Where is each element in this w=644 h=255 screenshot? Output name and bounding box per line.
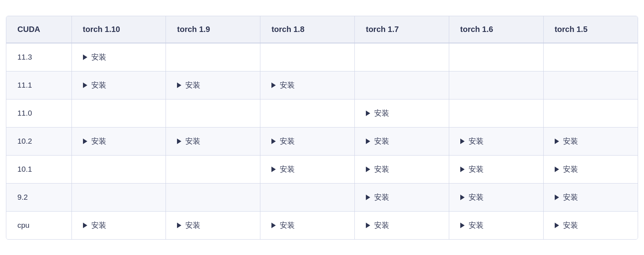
install-cell bbox=[449, 43, 543, 71]
column-header-cuda: CUDA bbox=[6, 16, 72, 43]
install-cell bbox=[449, 71, 543, 99]
install-label: 安装 bbox=[280, 80, 295, 90]
install-cell bbox=[543, 99, 638, 127]
install-label: 安装 bbox=[374, 192, 389, 202]
play-icon bbox=[271, 223, 276, 228]
install-link[interactable]: 安装 bbox=[271, 164, 295, 174]
install-link[interactable]: 安装 bbox=[271, 220, 295, 231]
install-cell bbox=[260, 99, 355, 127]
install-label: 安装 bbox=[374, 164, 389, 174]
install-cell[interactable]: 安装 bbox=[260, 127, 355, 155]
play-icon bbox=[460, 195, 465, 200]
play-icon bbox=[271, 139, 276, 144]
install-label: 安装 bbox=[563, 220, 578, 231]
table-row: 10.1安装安装安装安装 bbox=[6, 155, 638, 183]
install-link[interactable]: 安装 bbox=[460, 136, 484, 146]
install-label: 安装 bbox=[563, 192, 578, 202]
install-cell bbox=[166, 99, 260, 127]
table-row: 11.3安装 bbox=[6, 43, 638, 71]
column-header-torch19: torch 1.9 bbox=[166, 16, 260, 43]
table-row: 9.2安装安装安装 bbox=[6, 183, 638, 211]
install-cell[interactable]: 安装 bbox=[72, 43, 166, 71]
column-header-torch15: torch 1.5 bbox=[543, 16, 638, 43]
install-cell bbox=[543, 71, 638, 99]
install-label: 安装 bbox=[563, 164, 578, 174]
install-cell[interactable]: 安装 bbox=[166, 71, 260, 99]
install-link[interactable]: 安装 bbox=[366, 108, 389, 118]
play-icon bbox=[366, 111, 370, 116]
install-cell[interactable]: 安装 bbox=[72, 71, 166, 99]
install-cell[interactable]: 安装 bbox=[354, 183, 449, 211]
play-icon bbox=[555, 167, 559, 172]
install-link[interactable]: 安装 bbox=[83, 80, 106, 90]
install-cell[interactable]: 安装 bbox=[543, 155, 638, 183]
cuda-version-cell: 11.1 bbox=[6, 71, 72, 99]
install-cell[interactable]: 安装 bbox=[260, 155, 355, 183]
install-label: 安装 bbox=[185, 136, 200, 146]
install-cell bbox=[72, 155, 166, 183]
install-label: 安装 bbox=[469, 220, 484, 231]
install-link[interactable]: 安装 bbox=[555, 136, 578, 146]
install-link[interactable]: 安装 bbox=[83, 136, 106, 146]
install-link[interactable]: 安装 bbox=[366, 136, 389, 146]
table-row: 10.2安装安装安装安装安装安装 bbox=[6, 127, 638, 155]
install-cell[interactable]: 安装 bbox=[543, 127, 638, 155]
install-link[interactable]: 安装 bbox=[555, 220, 578, 231]
play-icon bbox=[83, 223, 87, 228]
install-cell[interactable]: 安装 bbox=[354, 99, 449, 127]
install-cell[interactable]: 安装 bbox=[166, 211, 260, 239]
compatibility-table: CUDAtorch 1.10torch 1.9torch 1.8torch 1.… bbox=[6, 16, 638, 240]
play-icon bbox=[460, 167, 465, 172]
install-cell[interactable]: 安装 bbox=[72, 127, 166, 155]
column-header-torch18: torch 1.8 bbox=[260, 16, 355, 43]
column-header-torch17: torch 1.7 bbox=[354, 16, 449, 43]
install-link[interactable]: 安装 bbox=[366, 192, 389, 202]
install-cell[interactable]: 安装 bbox=[543, 183, 638, 211]
install-cell[interactable]: 安装 bbox=[72, 211, 166, 239]
install-cell[interactable]: 安装 bbox=[354, 127, 449, 155]
install-link[interactable]: 安装 bbox=[460, 192, 484, 202]
install-cell[interactable]: 安装 bbox=[449, 155, 543, 183]
install-label: 安装 bbox=[469, 164, 484, 174]
install-label: 安装 bbox=[91, 80, 106, 90]
install-cell bbox=[260, 43, 355, 71]
install-cell[interactable]: 安装 bbox=[354, 155, 449, 183]
install-link[interactable]: 安装 bbox=[271, 80, 295, 90]
install-cell bbox=[72, 99, 166, 127]
install-link[interactable]: 安装 bbox=[177, 136, 200, 146]
install-link[interactable]: 安装 bbox=[555, 164, 578, 174]
install-label: 安装 bbox=[91, 136, 106, 146]
install-link[interactable]: 安装 bbox=[460, 220, 484, 231]
install-cell[interactable]: 安装 bbox=[260, 71, 355, 99]
install-cell[interactable]: 安装 bbox=[449, 183, 543, 211]
install-cell[interactable]: 安装 bbox=[449, 127, 543, 155]
install-cell[interactable]: 安装 bbox=[354, 211, 449, 239]
install-cell[interactable]: 安装 bbox=[543, 211, 638, 239]
install-link[interactable]: 安装 bbox=[555, 192, 578, 202]
cuda-version-cell: cpu bbox=[6, 211, 72, 239]
install-cell[interactable]: 安装 bbox=[449, 211, 543, 239]
play-icon bbox=[177, 82, 181, 88]
install-link[interactable]: 安装 bbox=[366, 164, 389, 174]
install-link[interactable]: 安装 bbox=[366, 220, 389, 231]
play-icon bbox=[460, 223, 465, 228]
play-icon bbox=[83, 82, 87, 88]
play-icon bbox=[83, 54, 87, 60]
play-icon bbox=[366, 139, 370, 144]
install-link[interactable]: 安装 bbox=[83, 52, 106, 62]
install-label: 安装 bbox=[469, 192, 484, 202]
install-link[interactable]: 安装 bbox=[177, 80, 200, 90]
install-cell[interactable]: 安装 bbox=[260, 211, 355, 239]
install-link[interactable]: 安装 bbox=[83, 220, 106, 231]
install-link[interactable]: 安装 bbox=[460, 164, 484, 174]
install-label: 安装 bbox=[563, 136, 578, 146]
install-cell bbox=[166, 43, 260, 71]
play-icon bbox=[460, 139, 465, 144]
table-row: cpu安装安装安装安装安装安装 bbox=[6, 211, 638, 239]
play-icon bbox=[555, 223, 559, 228]
install-label: 安装 bbox=[374, 220, 389, 231]
install-link[interactable]: 安装 bbox=[271, 136, 295, 146]
install-cell[interactable]: 安装 bbox=[166, 127, 260, 155]
install-cell bbox=[354, 71, 449, 99]
install-link[interactable]: 安装 bbox=[177, 220, 200, 231]
